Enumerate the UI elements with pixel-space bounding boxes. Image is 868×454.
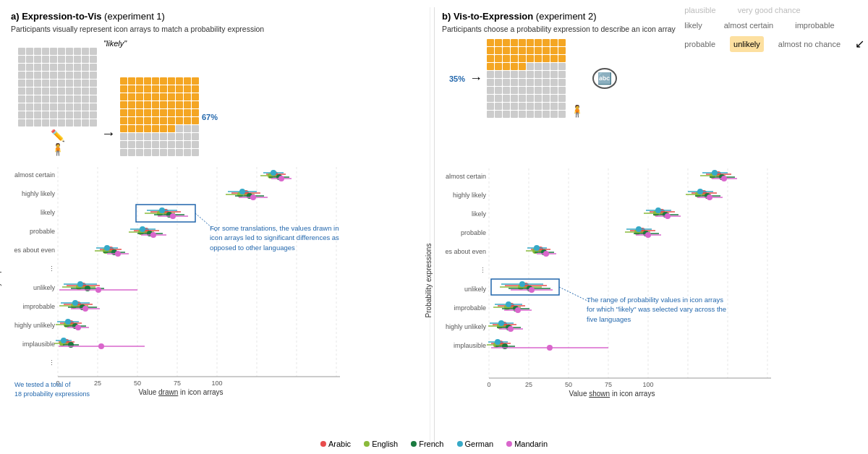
svg-text:unlikely: unlikely [33,284,56,291]
svg-text:⋮: ⋮ [48,265,55,273]
svg-point-104 [65,319,71,325]
translate-icon: 🔤 [592,68,617,89]
chart-svg-b: 0 25 50 75 100 almost certain highly lik… [446,161,800,400]
svg-point-86 [95,287,101,293]
svg-point-221 [498,320,504,326]
svg-text:almost certain: almost certain [14,171,55,179]
svg-text:highly unlikely: highly unlikely [446,323,486,330]
panel-b: b) Vis-to-Expression (experiment 2) Part… [438,7,861,447]
word-probable: probable [684,37,715,52]
svg-point-223 [508,326,514,332]
word-likely: likely [684,18,702,33]
svg-point-169 [655,207,661,213]
cursor-icon: ↙ [855,33,864,55]
svg-point-54 [170,213,176,219]
legend-arabic: Arabic [320,440,351,448]
panel-divider [434,7,435,447]
panel-a-description: Participants visually represent icon arr… [11,25,426,33]
edit-icon: ✏️ [51,129,65,142]
word-unlikely-highlighted: unlikely [730,36,764,53]
svg-text:100: 100 [642,381,653,388]
panel-a: a) Expression-to-Vis (experiment 1) Part… [7,7,430,447]
svg-point-114 [61,338,67,343]
svg-text:almost certain: almost certain [446,173,486,180]
svg-point-94 [72,300,78,306]
svg-point-191 [543,251,549,257]
word-improbable: improbable [795,18,834,33]
chart-container-a: Probability expressions 0 25 50 75 100 [14,160,426,398]
svg-text:Value shown in icon arrays: Value shown in icon arrays [569,390,655,398]
main-container: a) Expression-to-Vis (experiment 1) Part… [0,0,868,454]
english-dot [364,441,370,447]
mandarin-label: Mandarin [514,440,548,448]
svg-text:chances about even: chances about even [14,247,55,254]
legend-french: French [411,440,443,448]
svg-point-44 [250,194,256,200]
legend-mandarin: Mandarin [506,440,548,448]
svg-point-106 [75,325,81,330]
svg-text:100: 100 [211,380,222,387]
french-dot [411,441,417,447]
percent-b: 35% [449,74,465,83]
svg-point-213 [515,307,521,313]
arrow-right-a: → [101,125,116,142]
svg-point-52 [159,207,165,213]
svg-point-84 [77,281,83,287]
y-axis-label-b: Probability expressions [425,244,433,318]
svg-text:highly likely: highly likely [453,192,487,199]
panel-b-label: b) Vis-to-Expression (experiment 2) [442,11,597,22]
svg-text:75: 75 [174,380,181,387]
svg-point-179 [636,226,642,232]
svg-point-112 [68,342,74,348]
svg-text:Value drawn in icon arrays: Value drawn in icon arrays [138,388,223,396]
svg-point-189 [534,245,540,251]
english-label: English [372,440,398,448]
word-options: plausible very good chance likely almost… [684,3,864,55]
svg-text:improbable: improbable [454,304,486,312]
filled-grid-b [487,39,566,118]
svg-point-151 [721,176,727,181]
svg-text:⋮: ⋮ [480,267,486,274]
svg-text:probable: probable [461,229,486,236]
chart-container-b: Probability expressions 0 25 50 75 100 [446,161,857,400]
svg-text:0: 0 [487,381,490,388]
svg-point-159 [697,189,703,194]
svg-point-96 [82,306,88,312]
french-label: French [419,440,443,448]
svg-text:highly likely: highly likely [22,190,56,197]
arrow-b: → [469,71,482,86]
person-icon-b: 🧍 [570,104,584,118]
svg-line-203 [559,287,590,302]
icon-array-illustration-a: "likely" for(let i=0;i<100;i++) document… [18,39,426,156]
svg-point-211 [506,301,511,307]
svg-point-66 [150,232,156,238]
svg-text:implausible: implausible [454,342,486,349]
svg-text:50: 50 [134,380,141,387]
legend-english: English [364,440,398,448]
svg-point-76 [115,251,121,257]
word-almost-no-chance: almost no chance [778,37,841,52]
svg-text:probable: probable [30,228,55,235]
word-plausible: plausible [684,3,715,18]
svg-text:75: 75 [605,381,612,388]
svg-point-149 [712,170,718,176]
svg-text:likely: likely [41,209,56,216]
svg-point-181 [645,232,651,238]
svg-point-82 [85,286,90,291]
german-dot [456,441,462,447]
svg-text:⋮: ⋮ [48,359,55,367]
svg-point-231 [495,339,501,345]
arabic-dot [320,441,326,447]
svg-text:implausible: implausible [22,340,55,348]
legend-german: German [456,440,493,448]
quote-label: "likely" [103,39,127,48]
panel-a-label: a) Expression-to-Vis (experiment 1) [11,11,165,22]
arabic-label: Arabic [328,440,351,448]
svg-text:50: 50 [565,381,572,388]
svg-text:improbable: improbable [22,303,55,310]
svg-text:unlikely: unlikely [464,286,487,293]
svg-text:likely: likely [472,210,487,218]
svg-point-201 [529,287,535,293]
icon-array-illustration-b: 35% → 🧍 🔤 plausible very good chance lik… [449,39,857,118]
mandarin-dot [506,441,512,447]
